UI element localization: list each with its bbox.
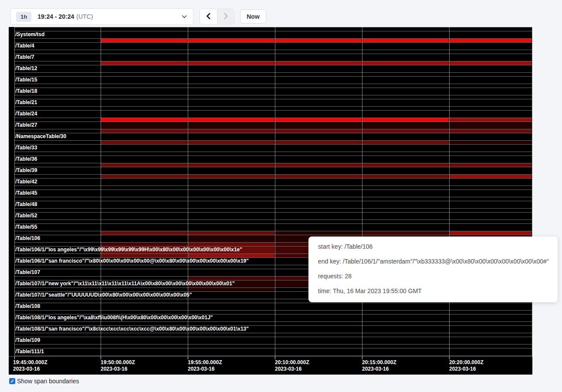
heat-band[interactable] xyxy=(450,122,532,129)
heat-band[interactable] xyxy=(101,118,187,122)
heat-band[interactable] xyxy=(101,231,187,235)
tooltip-end-key: end key: /Table/106/1/"amsterdam"/"\xb33… xyxy=(318,257,552,266)
checkmark-icon: ✓ xyxy=(10,379,14,384)
key-visualizer-heatmap[interactable]: /System/tsd/Table/4/Table/7/Table/12/Tab… xyxy=(9,27,532,375)
heat-band[interactable] xyxy=(101,243,187,246)
heat-band[interactable] xyxy=(450,163,532,167)
heat-band[interactable] xyxy=(188,254,274,257)
chevron-right-icon xyxy=(223,13,228,21)
span-boundary-line xyxy=(14,310,532,311)
heat-band[interactable] xyxy=(275,141,362,144)
span-boundary-line xyxy=(14,321,532,322)
range-duration-chip: 1h xyxy=(16,12,31,22)
time-gridline xyxy=(532,27,532,356)
next-range-button[interactable] xyxy=(217,9,234,24)
heat-band[interactable] xyxy=(101,141,187,144)
heat-band[interactable] xyxy=(275,118,362,122)
heat-band[interactable] xyxy=(362,61,449,65)
heat-band[interactable] xyxy=(188,277,274,280)
heat-band[interactable] xyxy=(188,141,274,144)
row-label: /NamespaceTable/30 xyxy=(15,133,66,140)
span-boundary-line xyxy=(14,50,532,50)
heat-band[interactable] xyxy=(450,231,532,235)
span-boundary-line xyxy=(14,197,532,197)
heat-band[interactable] xyxy=(362,141,449,144)
heat-band[interactable] xyxy=(188,235,274,242)
heat-band[interactable] xyxy=(101,129,187,133)
row-label: /Table/4 xyxy=(15,42,34,50)
heat-band[interactable] xyxy=(450,118,532,122)
span-boundary-line xyxy=(14,208,532,209)
span-boundary-line xyxy=(14,144,532,145)
time-gridline xyxy=(449,27,450,356)
heat-band[interactable] xyxy=(362,163,449,167)
heat-band[interactable] xyxy=(275,231,362,235)
row-label: /Table/36 xyxy=(15,155,37,163)
span-boundary-line xyxy=(14,133,532,133)
span-boundary-line xyxy=(14,84,532,84)
span-boundary-line xyxy=(14,95,532,95)
heat-band[interactable] xyxy=(188,61,274,65)
heat-band[interactable] xyxy=(188,288,274,291)
heat-band[interactable] xyxy=(362,175,449,178)
span-boundary-line xyxy=(14,333,532,333)
heat-band[interactable] xyxy=(188,163,274,167)
x-axis-line xyxy=(9,356,532,357)
tooltip-start-key: start key: /Table/106 xyxy=(318,242,552,251)
show-span-boundaries-label[interactable]: Show span boundaries xyxy=(17,378,79,385)
heat-band[interactable] xyxy=(362,129,449,133)
now-button[interactable]: Now xyxy=(240,10,266,24)
heat-band[interactable] xyxy=(101,61,187,65)
heat-band[interactable] xyxy=(362,122,449,129)
span-boundary-line xyxy=(14,186,532,186)
heat-band[interactable] xyxy=(450,61,532,65)
heat-band[interactable] xyxy=(188,118,274,122)
row-label: /System/tsd xyxy=(15,31,44,38)
heat-band[interactable] xyxy=(450,141,532,144)
span-boundary-line xyxy=(14,54,532,54)
heat-band[interactable] xyxy=(188,231,274,235)
time-gridline xyxy=(362,27,362,356)
range-label: 19:24 - 20:24 xyxy=(37,13,74,20)
heat-band[interactable] xyxy=(188,129,274,133)
heat-band[interactable] xyxy=(275,39,362,42)
row-label: /Table/107/1/"seattle"/"UUUUUUD\x00\x80\… xyxy=(15,291,192,299)
x-axis: 19:45:00.000Z2023-03-1619:50:00.000Z2023… xyxy=(9,356,532,375)
x-axis-label: 19:50:00.000Z2023-03-16 xyxy=(101,359,135,372)
heat-band[interactable] xyxy=(275,163,362,167)
heat-band[interactable] xyxy=(362,39,449,42)
heat-band[interactable] xyxy=(188,122,274,129)
heat-band[interactable] xyxy=(275,175,362,178)
heat-band[interactable] xyxy=(362,118,449,122)
heat-band[interactable] xyxy=(101,39,187,42)
time-gridline xyxy=(275,27,275,356)
heat-band[interactable] xyxy=(275,122,362,129)
span-boundary-line xyxy=(14,152,532,152)
span-boundary-line xyxy=(14,72,532,73)
bucket-tooltip: start key: /Table/106 end key: /Table/10… xyxy=(308,237,558,302)
heat-band[interactable] xyxy=(101,163,187,167)
row-label: /Table/108/1/"los angeles"/"\xa8\xf5\u00… xyxy=(15,314,213,321)
heat-band[interactable] xyxy=(450,39,532,42)
prev-range-button[interactable] xyxy=(200,9,217,24)
span-boundary-line xyxy=(14,189,532,190)
span-boundary-line xyxy=(14,110,532,111)
row-label: /Table/12 xyxy=(15,65,37,72)
heat-band[interactable] xyxy=(188,39,274,42)
span-boundary-line xyxy=(14,88,532,88)
x-axis-label: 20:15:00.000Z2023-03-16 xyxy=(362,359,396,372)
heat-band[interactable] xyxy=(101,175,187,178)
heat-band[interactable] xyxy=(275,129,362,133)
heat-band[interactable] xyxy=(275,61,362,65)
heat-band[interactable] xyxy=(450,175,532,178)
span-boundary-line xyxy=(14,27,532,27)
heat-band[interactable] xyxy=(101,254,187,257)
show-span-boundaries-checkbox[interactable]: ✓ xyxy=(9,378,15,384)
time-range-select[interactable]: 1h 19:24 - 20:24 (UTC) xyxy=(10,8,193,25)
span-boundary-line xyxy=(14,31,532,31)
heat-band[interactable] xyxy=(450,129,532,133)
heat-band[interactable] xyxy=(101,122,187,129)
heat-band[interactable] xyxy=(362,231,449,235)
heat-band[interactable] xyxy=(188,243,274,246)
heat-band[interactable] xyxy=(188,175,274,178)
